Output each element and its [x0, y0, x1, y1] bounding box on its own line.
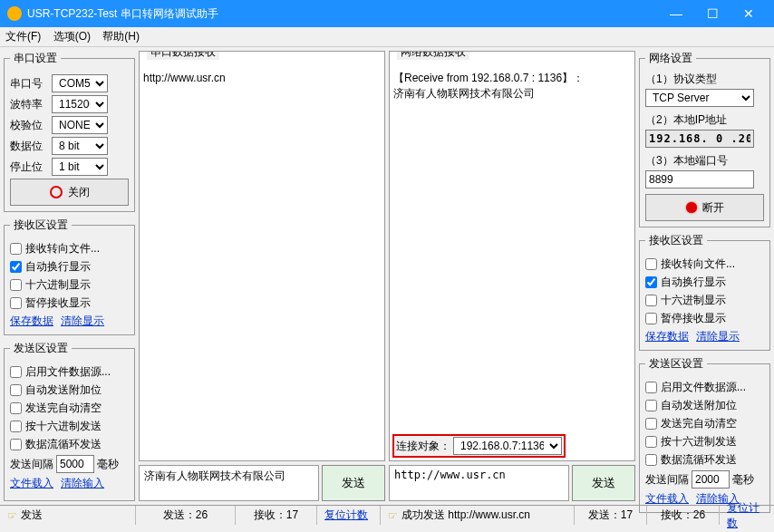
- net-legend: 网络设置: [645, 51, 696, 66]
- chk-wrap-l[interactable]: [10, 261, 22, 273]
- app-icon: [7, 6, 22, 21]
- serial-settings: 串口设置 串口号COM5 波特率115200 校验位NONE 数据位8 bit …: [4, 51, 135, 212]
- net-settings: 网络设置 （1）协议类型 TCP Server （2）本地IP地址 （3）本地端…: [639, 51, 770, 227]
- file-load-r[interactable]: 文件载入: [645, 492, 689, 505]
- local-port[interactable]: [645, 170, 754, 189]
- recv-count-l: 接收：17: [254, 508, 298, 523]
- status-ok-send: 成功发送 http://www.usr.cn: [402, 508, 530, 523]
- chk-to-file-r[interactable]: [645, 258, 657, 270]
- serial-close-button[interactable]: 关闭: [10, 179, 129, 206]
- menubar: 文件(F) 选项(O) 帮助(H): [0, 27, 774, 47]
- target-label: 连接对象：: [396, 439, 450, 454]
- chk-hex-r[interactable]: [645, 295, 657, 306]
- stopbits-select[interactable]: 1 bit: [52, 158, 108, 176]
- net-recv-line1: 【Receive from 192.168.0.7 : 1136】：: [393, 71, 631, 86]
- proto-select[interactable]: TCP Server: [645, 89, 754, 107]
- clear-disp-r[interactable]: 清除显示: [696, 330, 740, 343]
- net-send-button[interactable]: 发送: [572, 465, 635, 501]
- net-send-input[interactable]: http://www.usr.cn: [389, 465, 569, 501]
- chk-pause-r[interactable]: [645, 313, 657, 324]
- databits-select[interactable]: 8 bit: [52, 137, 108, 155]
- send-settings-left: 发送区设置 启用文件数据源... 自动发送附加位 发送完自动清空 按十六进制发送…: [4, 341, 135, 501]
- chk-loop-l[interactable]: [10, 439, 22, 450]
- window-title: USR-TCP232-Test 串口转网络调试助手: [27, 6, 658, 22]
- serial-send-input[interactable]: 济南有人物联网技术有限公司: [139, 465, 319, 501]
- stopbits-label: 停止位: [10, 160, 48, 175]
- hand-icon: ☞: [7, 509, 17, 522]
- ring-icon: [50, 186, 63, 198]
- maximize-button[interactable]: ☐: [694, 6, 730, 21]
- hand-icon-r: ☞: [388, 509, 398, 522]
- chk-pause-l[interactable]: [10, 297, 22, 309]
- reset-count-l[interactable]: 复位计数: [324, 508, 368, 523]
- titlebar: USR-TCP232-Test 串口转网络调试助手 — ☐ ✕: [0, 0, 774, 27]
- baud-label: 波特率: [10, 97, 48, 112]
- net-recv-area: 网络数据接收 【Receive from 192.168.0.7 : 1136】…: [389, 51, 635, 461]
- chk-wrap-r[interactable]: [645, 276, 657, 288]
- interval-r[interactable]: [692, 470, 730, 488]
- file-load-l[interactable]: 文件载入: [10, 477, 53, 489]
- serial-legend: 串口设置: [10, 51, 61, 66]
- port-label: （3）本地端口号: [645, 153, 764, 169]
- send-left-legend: 发送区设置: [10, 341, 72, 356]
- serial-port-label: 串口号: [10, 76, 48, 92]
- net-recv-line2: 济南有人物联网技术有限公司: [393, 86, 631, 102]
- interval-l[interactable]: [56, 455, 94, 473]
- recv-settings-left: 接收区设置 接收转向文件... 自动换行显示 十六进制显示 暂停接收显示 保存数…: [4, 218, 135, 335]
- clear-disp-l[interactable]: 清除显示: [61, 314, 104, 327]
- parity-select[interactable]: NONE: [52, 116, 108, 134]
- statusbar: ☞发送 发送：26 接收：17 复位计数 ☞成功发送 http://www.us…: [0, 505, 774, 525]
- serial-port-select[interactable]: COM5: [52, 74, 108, 92]
- baud-select[interactable]: 115200: [52, 95, 108, 113]
- sent-count-r: 发送：17: [588, 508, 633, 523]
- net-disconnect-button[interactable]: 断开: [645, 194, 764, 221]
- chk-hex-send-r[interactable]: [645, 436, 657, 448]
- chk-to-file-l[interactable]: [10, 243, 22, 255]
- minimize-button[interactable]: —: [658, 6, 694, 21]
- menu-options[interactable]: 选项(O): [53, 30, 91, 43]
- dot-icon: [686, 202, 697, 213]
- net-recv-title: 网络数据接收: [397, 51, 469, 60]
- proto-label: （1）协议类型: [645, 72, 764, 87]
- recv-settings-right: 接收区设置 接收转向文件... 自动换行显示 十六进制显示 暂停接收显示 保存数…: [639, 233, 770, 351]
- serial-recv-text: http://www.usr.cn: [143, 71, 381, 86]
- clear-input-l[interactable]: 清除输入: [61, 477, 104, 489]
- save-data-l[interactable]: 保存数据: [10, 314, 53, 327]
- parity-label: 校验位: [10, 118, 48, 133]
- recv-count-r: 接收：26: [661, 508, 705, 523]
- target-select[interactable]: 192.168.0.7:1136: [453, 437, 562, 455]
- chk-append-r[interactable]: [645, 400, 657, 411]
- recv-right-legend: 接收区设置: [645, 233, 707, 248]
- menu-help[interactable]: 帮助(H): [102, 30, 140, 43]
- menu-file[interactable]: 文件(F): [5, 30, 41, 43]
- save-data-r[interactable]: 保存数据: [645, 330, 689, 343]
- close-window-button[interactable]: ✕: [730, 6, 767, 21]
- chk-clear-after-r[interactable]: [645, 418, 657, 430]
- chk-hex-send-l[interactable]: [10, 421, 22, 432]
- chk-file-src-l[interactable]: [10, 366, 22, 378]
- recv-left-legend: 接收区设置: [10, 218, 72, 233]
- chk-append-l[interactable]: [10, 384, 22, 396]
- serial-recv-title: 串口数据接收: [147, 51, 219, 60]
- target-row: 连接对象： 192.168.0.7:1136: [392, 434, 566, 458]
- local-ip[interactable]: [645, 130, 754, 148]
- chk-loop-r[interactable]: [645, 454, 657, 466]
- sent-count-l: 发送：26: [163, 508, 208, 523]
- send-right-legend: 发送区设置: [645, 356, 707, 372]
- chk-hex-l[interactable]: [10, 279, 22, 291]
- reset-count-r[interactable]: 复位计数: [727, 500, 767, 531]
- chk-file-src-r[interactable]: [645, 382, 657, 393]
- send-settings-right: 发送区设置 启用文件数据源... 自动发送附加位 发送完自动清空 按十六进制发送…: [639, 356, 770, 513]
- databits-label: 数据位: [10, 139, 48, 154]
- chk-clear-after-l[interactable]: [10, 402, 22, 414]
- serial-send-button[interactable]: 发送: [322, 465, 385, 501]
- ip-label: （2）本地IP地址: [645, 112, 764, 128]
- serial-recv-area: 串口数据接收 http://www.usr.cn: [139, 51, 385, 461]
